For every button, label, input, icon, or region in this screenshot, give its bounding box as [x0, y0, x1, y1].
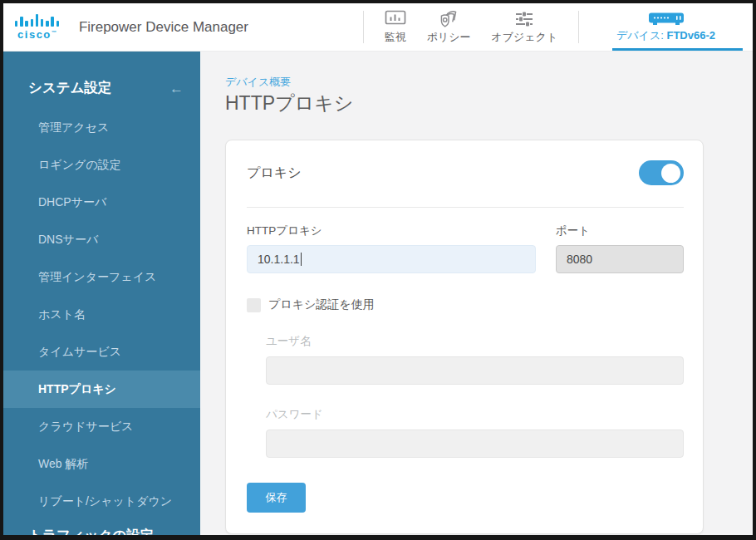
breadcrumb-device-summary[interactable]: デバイス概要 [225, 76, 753, 87]
sidebar-item-management-interface[interactable]: 管理インターフェイス [3, 258, 200, 296]
sidebar-item-http-proxy[interactable]: HTTPプロキシ [3, 371, 200, 408]
main-content: デバイス概要 HTTPプロキシ プロキシ HTTPプロキシ 10.1.1.1 [200, 52, 753, 535]
port-input-value: 8080 [567, 253, 592, 266]
http-proxy-input[interactable]: 10.1.1.1 [247, 245, 536, 273]
use-proxy-auth-label: プロキシ認証を使用 [268, 297, 375, 312]
proxy-toggle[interactable] [639, 160, 684, 185]
http-proxy-input-value: 10.1.1.1 [258, 253, 300, 266]
nav-item-objects[interactable]: オブジェクト [491, 10, 557, 45]
http-proxy-card: プロキシ HTTPプロキシ 10.1.1.1 ポート [225, 140, 704, 534]
sidebar-item-time-services[interactable]: タイムサービス [3, 333, 200, 371]
sidebar-section-system-settings: システム設定 ← [3, 52, 200, 109]
brand-block: cisco™ Firepower Device Manager [3, 3, 363, 51]
nav-label-policies: ポリシー [427, 30, 471, 45]
policies-icon [438, 10, 459, 27]
device-name: FTDv66-2 [666, 29, 715, 42]
sidebar: システム設定 ← 管理アクセス ロギングの設定 DHCPサーバ DNSサーバ 管… [3, 52, 200, 535]
device-icon [647, 11, 685, 27]
product-title: Firepower Device Manager [79, 19, 248, 36]
sidebar-item-dhcp-server[interactable]: DHCPサーバ [3, 184, 200, 221]
sidebar-item-cloud-services[interactable]: クラウドサービス [3, 408, 200, 445]
password-field-label: パスワード [266, 407, 684, 422]
section-divider [247, 207, 684, 208]
sidebar-item-reboot-shutdown[interactable]: リブート/シャットダウン [3, 483, 200, 520]
nav-label-objects: オブジェクト [491, 30, 557, 45]
cisco-logo-icon: cisco™ [15, 14, 59, 40]
top-header: cisco™ Firepower Device Manager 監視 [3, 3, 753, 52]
sidebar-item-web-analytics[interactable]: Web 解析 [3, 445, 200, 483]
port-input[interactable]: 8080 [556, 245, 684, 273]
nav-item-monitoring[interactable]: 監視 [385, 10, 406, 45]
cisco-logo-bars-icon [15, 14, 59, 27]
monitoring-icon [385, 10, 406, 27]
objects-icon [513, 10, 535, 27]
trademark-symbol: ™ [52, 30, 56, 35]
sidebar-collapse-icon[interactable]: ← [169, 81, 184, 96]
sidebar-section-traffic-settings: トラフィックの設定 [3, 527, 200, 535]
cisco-logo-text: cisco™ [17, 27, 56, 40]
proxy-toggle-label: プロキシ [247, 164, 302, 182]
main-nav: 監視 ポリシー [364, 3, 578, 51]
username-input [266, 356, 684, 385]
sidebar-item-logging-settings[interactable]: ロギングの設定 [3, 146, 200, 184]
save-button[interactable]: 保存 [247, 483, 306, 513]
http-proxy-field-label: HTTPプロキシ [247, 223, 536, 238]
password-input [266, 430, 684, 458]
toggle-knob [661, 164, 680, 183]
page-title: HTTPプロキシ [225, 93, 753, 114]
username-field-label: ユーザ名 [266, 334, 684, 349]
nav-item-policies[interactable]: ポリシー [427, 10, 471, 45]
sidebar-item-management-access[interactable]: 管理アクセス [3, 109, 200, 146]
active-tab-indicator [612, 48, 743, 51]
nav-label-device: デバイス: FTDv66-2 [616, 28, 715, 43]
sidebar-section-title: システム設定 [28, 79, 112, 97]
port-field-label: ポート [556, 223, 684, 238]
app-window: cisco™ Firepower Device Manager 監視 [0, 0, 756, 540]
text-cursor [301, 253, 302, 266]
nav-label-monitoring: 監視 [385, 30, 406, 45]
nav-item-device[interactable]: デバイス: FTDv66-2 [579, 3, 753, 51]
sidebar-item-dns-server[interactable]: DNSサーバ [3, 221, 200, 258]
sidebar-item-hostname[interactable]: ホスト名 [3, 296, 200, 333]
use-proxy-auth-checkbox[interactable] [247, 298, 261, 312]
